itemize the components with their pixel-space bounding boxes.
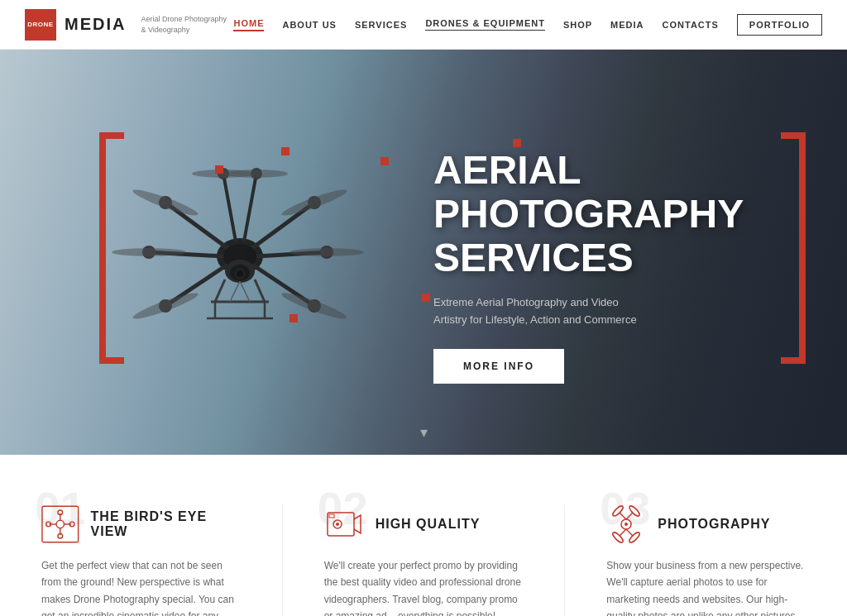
feature-1-title: THE BIRD'S EYE VIEW — [91, 509, 241, 539]
nav-home[interactable]: HOME — [233, 18, 264, 31]
svg-line-55 — [626, 513, 633, 519]
hero-title: AERIAL PHOTOGRAPHY SERVICES — [433, 149, 781, 279]
hero-title-line1: AERIAL PHOTOGRAPHY — [433, 148, 744, 236]
nav-media[interactable]: MEDIA — [610, 20, 644, 30]
feature-3-title: PHOTOGRAPHY — [658, 517, 770, 532]
svg-line-57 — [626, 529, 633, 536]
bracket-left — [99, 132, 124, 364]
feature-1-header: 01 THE BIRD'S EYE VIEW — [41, 504, 241, 544]
feature-2-title: HIGH QUALITY — [376, 517, 481, 532]
logo-media-text: MEDIA — [65, 15, 126, 34]
red-dot-6 — [422, 294, 430, 302]
drone-view-icon — [41, 504, 79, 544]
header: DRONE MEDIA Aerial Drone Photography & V… — [0, 0, 847, 50]
hero-content: AERIAL PHOTOGRAPHY SERVICES Extreme Aeri… — [433, 149, 781, 384]
red-dot-4 — [513, 139, 521, 147]
nav-services[interactable]: SERVICES — [355, 20, 407, 30]
svg-point-51 — [336, 523, 339, 526]
bracket-right — [781, 132, 806, 364]
svg-line-14 — [223, 174, 236, 241]
red-dot-1 — [215, 165, 223, 174]
svg-line-13 — [244, 174, 256, 241]
logo-subtitle: Aerial Drone Photography & Videography — [141, 14, 227, 35]
svg-point-24 — [290, 248, 364, 256]
svg-line-54 — [620, 513, 626, 519]
svg-point-23 — [280, 186, 348, 219]
red-dot-3 — [380, 157, 389, 165]
photography-icon — [606, 504, 646, 544]
logo-icon: DRONE — [25, 9, 56, 41]
feature-card-3: 03 PHOTOGRAPHY — [598, 504, 814, 616]
feature-card-1: 01 THE BIRD'S EYE VIEW Get the perfec — [33, 504, 249, 616]
svg-rect-52 — [329, 514, 334, 518]
feature-3-header: 03 PHOTOGRAPHY — [606, 504, 806, 544]
feature-2-header: 02 HIGH QUALITY — [324, 504, 524, 544]
nav-drones[interactable]: DRONES & EQUIPMENT — [425, 18, 545, 31]
feature-2-desc: We'll create your perfect promo by provi… — [324, 557, 524, 616]
svg-rect-49 — [328, 513, 354, 536]
hero-subtitle: Extreme Aerial Photography and Video Art… — [433, 294, 648, 329]
red-dot-2 — [281, 147, 290, 155]
divider-2 — [564, 504, 565, 616]
svg-rect-39 — [42, 506, 79, 542]
svg-point-30 — [192, 170, 255, 178]
svg-line-32 — [255, 279, 265, 302]
svg-point-26 — [131, 289, 199, 322]
feature-1-desc: Get the perfect view that can not be see… — [41, 557, 241, 616]
svg-point-62 — [624, 523, 628, 526]
divider-1 — [282, 504, 283, 616]
scroll-indicator[interactable]: ▾ — [420, 423, 428, 442]
features-section: 01 THE BIRD'S EYE VIEW Get the perfec — [0, 455, 847, 616]
svg-line-31 — [215, 279, 225, 302]
logo: DRONE MEDIA Aerial Drone Photography & V… — [25, 9, 227, 41]
svg-point-40 — [56, 520, 64, 528]
red-dot-5 — [290, 314, 298, 322]
feature-card-2: 02 HIGH QUALITY We'll create your perfec… — [316, 504, 532, 616]
svg-line-38 — [230, 281, 240, 302]
high-quality-icon — [324, 504, 364, 544]
feature-3-desc: Show your business from a new perspectiv… — [606, 557, 806, 616]
logo-drone-text: DRONE — [27, 21, 53, 29]
hero-cta-button[interactable]: MORE INFO — [433, 349, 564, 384]
hero-title-line2: SERVICES — [433, 236, 634, 279]
svg-line-37 — [240, 281, 250, 302]
svg-point-28 — [131, 186, 199, 219]
svg-line-56 — [620, 529, 626, 536]
svg-point-6 — [237, 270, 243, 277]
nav-contacts[interactable]: CONTACTS — [663, 20, 719, 30]
nav-shop[interactable]: SHOP — [563, 20, 592, 30]
hero-section: AERIAL PHOTOGRAPHY SERVICES Extreme Aeri… — [0, 50, 847, 455]
main-nav: HOME ABOUT US SERVICES DRONES & EQUIPMEN… — [233, 14, 822, 36]
nav-about[interactable]: ABOUT US — [282, 20, 336, 30]
nav-portfolio[interactable]: PORTFOLIO — [737, 14, 822, 36]
